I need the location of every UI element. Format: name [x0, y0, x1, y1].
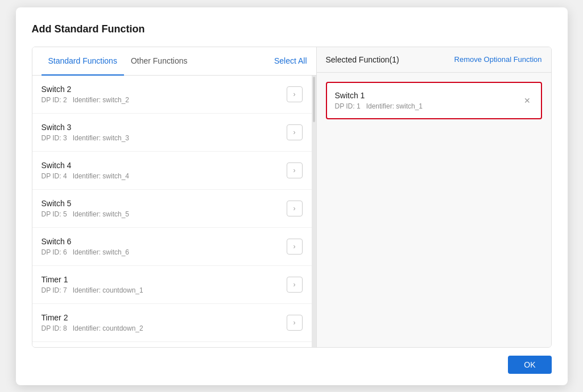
list-item-info: Timer 1 DP ID: 7 Identifier: countdown_1 — [42, 275, 287, 294]
list-item-meta: DP ID: 8 Identifier: countdown_2 — [42, 324, 287, 332]
list-item-meta: DP ID: 2 Identifier: switch_2 — [42, 96, 287, 104]
add-item-button[interactable]: › — [287, 162, 303, 178]
scrollbar[interactable] — [312, 76, 316, 347]
add-item-button[interactable]: › — [287, 315, 303, 331]
selected-items-container: Switch 1 DP ID: 1 Identifier: switch_1 ✕ — [317, 73, 551, 347]
tabs-header: Standard Functions Other Functions Selec… — [32, 47, 316, 76]
selected-item-info: Switch 1 DP ID: 1 Identifier: switch_1 — [335, 91, 522, 110]
list-item-meta: DP ID: 4 Identifier: switch_4 — [42, 172, 287, 180]
list-item-name: Switch 2 — [42, 85, 287, 94]
list-item: Switch 5 DP ID: 5 Identifier: switch_5 › — [32, 190, 312, 228]
add-item-button[interactable]: › — [287, 239, 303, 255]
list-item-info: Switch 4 DP ID: 4 Identifier: switch_4 — [42, 161, 287, 180]
left-content: Switch 2 DP ID: 2 Identifier: switch_2 ›… — [32, 76, 316, 347]
list-item-info: Timer 2 DP ID: 8 Identifier: countdown_2 — [42, 313, 287, 332]
list-item: Timer 1 DP ID: 7 Identifier: countdown_1… — [32, 266, 312, 304]
list-item-meta: DP ID: 7 Identifier: countdown_1 — [42, 286, 287, 294]
list-item-meta: DP ID: 5 Identifier: switch_5 — [42, 210, 287, 218]
list-item-name: Switch 4 — [42, 161, 287, 170]
selected-item: Switch 1 DP ID: 1 Identifier: switch_1 ✕ — [326, 82, 542, 119]
add-item-button[interactable]: › — [287, 124, 303, 140]
items-list: Switch 2 DP ID: 2 Identifier: switch_2 ›… — [32, 76, 312, 347]
tab-other-functions[interactable]: Other Functions — [124, 47, 195, 76]
remove-optional-function-button[interactable]: Remove Optional Function — [454, 55, 542, 64]
list-item: Switch 2 DP ID: 2 Identifier: switch_2 › — [32, 76, 312, 114]
remove-item-button[interactable]: ✕ — [522, 95, 533, 106]
selected-item-name: Switch 1 — [335, 91, 522, 100]
selected-item-meta: DP ID: 1 Identifier: switch_1 — [335, 102, 522, 110]
tab-standard-functions[interactable]: Standard Functions — [42, 47, 124, 76]
list-item-name: Switch 6 — [42, 237, 287, 246]
add-item-button[interactable]: › — [287, 201, 303, 216]
list-item-name: Timer 2 — [42, 313, 287, 322]
list-item-info: Switch 3 DP ID: 3 Identifier: switch_3 — [42, 123, 287, 142]
select-all-button[interactable]: Select All — [274, 54, 307, 68]
list-item: Switch 3 DP ID: 3 Identifier: switch_3 › — [32, 114, 312, 152]
dialog-footer: OK — [32, 348, 552, 374]
dialog-title: Add Standard Function — [32, 23, 552, 35]
add-item-button[interactable]: › — [287, 277, 303, 293]
left-panel: Standard Functions Other Functions Selec… — [32, 47, 317, 347]
list-item-name: Timer 1 — [42, 275, 287, 284]
list-item: Switch 4 DP ID: 4 Identifier: switch_4 › — [32, 152, 312, 190]
list-item: Switch 6 DP ID: 6 Identifier: switch_6 › — [32, 228, 312, 266]
add-standard-function-dialog: Add Standard Function Standard Functions… — [16, 7, 568, 385]
selected-function-title: Selected Function(1) — [326, 55, 399, 64]
list-item-meta: DP ID: 6 Identifier: switch_6 — [42, 248, 287, 256]
list-item-info: Switch 6 DP ID: 6 Identifier: switch_6 — [42, 237, 287, 256]
scrollbar-thumb — [313, 77, 315, 122]
list-item: Timer 2 DP ID: 8 Identifier: countdown_2… — [32, 304, 312, 342]
right-panel: Selected Function(1) Remove Optional Fun… — [317, 47, 551, 347]
ok-button[interactable]: OK — [508, 356, 551, 374]
list-item-info: Switch 5 DP ID: 5 Identifier: switch_5 — [42, 199, 287, 218]
right-panel-header: Selected Function(1) Remove Optional Fun… — [317, 47, 551, 73]
list-item-info: Switch 2 DP ID: 2 Identifier: switch_2 — [42, 85, 287, 104]
add-item-button[interactable]: › — [287, 86, 303, 102]
list-item-meta: DP ID: 3 Identifier: switch_3 — [42, 134, 287, 142]
list-item-name: Switch 3 — [42, 123, 287, 132]
dialog-body: Standard Functions Other Functions Selec… — [32, 47, 552, 348]
list-item-name: Switch 5 — [42, 199, 287, 208]
